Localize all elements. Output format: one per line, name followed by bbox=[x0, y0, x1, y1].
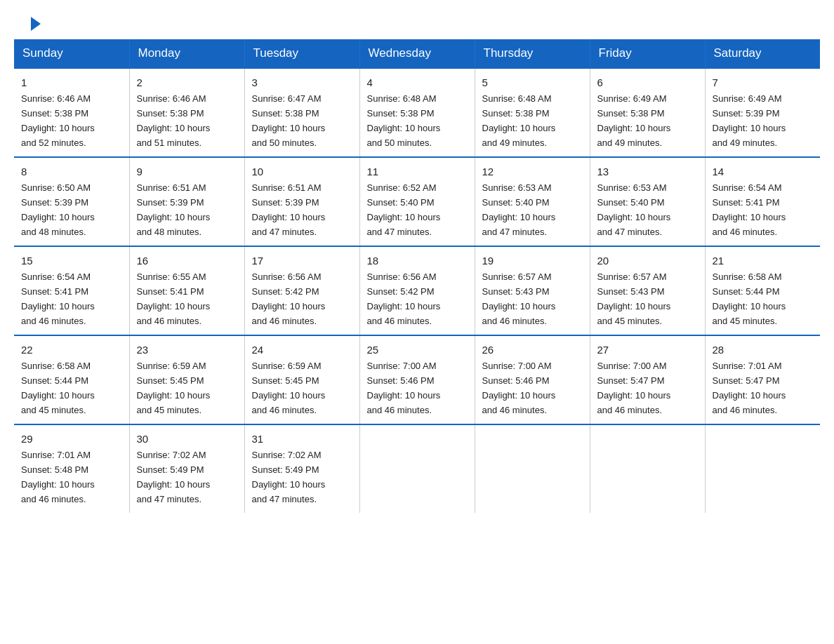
week-row-5: 29Sunrise: 7:01 AMSunset: 5:48 PMDayligh… bbox=[14, 424, 820, 513]
day-number: 23 bbox=[137, 342, 237, 358]
calendar-cell bbox=[590, 424, 705, 513]
calendar-cell: 23Sunrise: 6:59 AMSunset: 5:45 PMDayligh… bbox=[129, 335, 244, 424]
day-info: Sunrise: 7:00 AMSunset: 5:46 PMDaylight:… bbox=[367, 361, 441, 415]
header-tuesday: Tuesday bbox=[244, 39, 359, 68]
day-number: 21 bbox=[713, 253, 814, 269]
calendar-cell: 3Sunrise: 6:47 AMSunset: 5:38 PMDaylight… bbox=[244, 68, 359, 157]
day-info: Sunrise: 6:59 AMSunset: 5:45 PMDaylight:… bbox=[137, 361, 211, 415]
calendar-cell: 6Sunrise: 6:49 AMSunset: 5:38 PMDaylight… bbox=[590, 68, 705, 157]
day-number: 3 bbox=[252, 74, 352, 90]
day-info: Sunrise: 6:49 AMSunset: 5:38 PMDaylight:… bbox=[597, 93, 671, 148]
day-info: Sunrise: 7:00 AMSunset: 5:47 PMDaylight:… bbox=[597, 361, 671, 415]
calendar-cell: 7Sunrise: 6:49 AMSunset: 5:39 PMDaylight… bbox=[705, 68, 820, 157]
calendar-cell: 19Sunrise: 6:57 AMSunset: 5:43 PMDayligh… bbox=[475, 246, 590, 335]
calendar-cell: 20Sunrise: 6:57 AMSunset: 5:43 PMDayligh… bbox=[590, 246, 705, 335]
day-number: 2 bbox=[137, 74, 237, 90]
day-number: 11 bbox=[367, 163, 468, 180]
day-number: 16 bbox=[137, 253, 237, 269]
day-number: 13 bbox=[597, 163, 698, 180]
day-info: Sunrise: 6:52 AMSunset: 5:40 PMDaylight:… bbox=[367, 182, 441, 237]
calendar-cell: 21Sunrise: 6:58 AMSunset: 5:44 PMDayligh… bbox=[705, 246, 820, 335]
calendar-cell: 4Sunrise: 6:48 AMSunset: 5:38 PMDaylight… bbox=[359, 68, 475, 157]
day-info: Sunrise: 6:59 AMSunset: 5:45 PMDaylight:… bbox=[252, 361, 326, 415]
day-info: Sunrise: 6:48 AMSunset: 5:38 PMDaylight:… bbox=[482, 93, 556, 148]
day-info: Sunrise: 6:49 AMSunset: 5:39 PMDaylight:… bbox=[713, 93, 786, 148]
day-number: 30 bbox=[137, 431, 237, 447]
day-number: 4 bbox=[367, 74, 468, 90]
day-info: Sunrise: 6:46 AMSunset: 5:38 PMDaylight:… bbox=[137, 93, 211, 148]
day-info: Sunrise: 6:57 AMSunset: 5:43 PMDaylight:… bbox=[482, 271, 556, 326]
day-info: Sunrise: 6:50 AMSunset: 5:39 PMDaylight:… bbox=[21, 182, 95, 237]
calendar-cell: 26Sunrise: 7:00 AMSunset: 5:46 PMDayligh… bbox=[475, 335, 590, 424]
day-info: Sunrise: 6:51 AMSunset: 5:39 PMDaylight:… bbox=[252, 182, 326, 237]
day-info: Sunrise: 6:56 AMSunset: 5:42 PMDaylight:… bbox=[367, 271, 441, 326]
week-row-4: 22Sunrise: 6:58 AMSunset: 5:44 PMDayligh… bbox=[14, 335, 820, 424]
calendar-cell: 30Sunrise: 7:02 AMSunset: 5:49 PMDayligh… bbox=[129, 424, 244, 513]
day-info: Sunrise: 6:55 AMSunset: 5:41 PMDaylight:… bbox=[137, 271, 211, 326]
header-monday: Monday bbox=[129, 39, 244, 68]
calendar: SundayMondayTuesdayWednesdayThursdayFrid… bbox=[14, 39, 820, 513]
day-number: 26 bbox=[482, 342, 583, 358]
day-number: 1 bbox=[21, 74, 122, 90]
day-info: Sunrise: 6:48 AMSunset: 5:38 PMDaylight:… bbox=[367, 93, 441, 148]
calendar-cell: 13Sunrise: 6:53 AMSunset: 5:40 PMDayligh… bbox=[590, 157, 705, 246]
calendar-body: 1Sunrise: 6:46 AMSunset: 5:38 PMDaylight… bbox=[14, 68, 820, 513]
calendar-cell: 24Sunrise: 6:59 AMSunset: 5:45 PMDayligh… bbox=[244, 335, 359, 424]
calendar-cell bbox=[705, 424, 820, 513]
day-number: 9 bbox=[137, 163, 237, 180]
day-info: Sunrise: 6:58 AMSunset: 5:44 PMDaylight:… bbox=[713, 271, 786, 326]
day-info: Sunrise: 6:57 AMSunset: 5:43 PMDaylight:… bbox=[597, 271, 671, 326]
header-thursday: Thursday bbox=[475, 39, 590, 68]
day-info: Sunrise: 7:01 AMSunset: 5:48 PMDaylight:… bbox=[21, 450, 95, 504]
header-saturday: Saturday bbox=[705, 39, 820, 68]
day-number: 15 bbox=[21, 253, 122, 269]
calendar-cell: 10Sunrise: 6:51 AMSunset: 5:39 PMDayligh… bbox=[244, 157, 359, 246]
week-row-1: 1Sunrise: 6:46 AMSunset: 5:38 PMDaylight… bbox=[14, 68, 820, 157]
calendar-cell: 15Sunrise: 6:54 AMSunset: 5:41 PMDayligh… bbox=[14, 246, 129, 335]
day-info: Sunrise: 6:53 AMSunset: 5:40 PMDaylight:… bbox=[597, 182, 671, 237]
calendar-cell bbox=[475, 424, 590, 513]
day-number: 24 bbox=[252, 342, 352, 358]
day-number: 8 bbox=[21, 163, 122, 180]
calendar-cell: 2Sunrise: 6:46 AMSunset: 5:38 PMDaylight… bbox=[129, 68, 244, 157]
day-number: 14 bbox=[713, 163, 814, 180]
day-info: Sunrise: 7:00 AMSunset: 5:46 PMDaylight:… bbox=[482, 361, 556, 415]
day-number: 12 bbox=[482, 163, 583, 180]
header-friday: Friday bbox=[590, 39, 705, 68]
calendar-header: SundayMondayTuesdayWednesdayThursdayFrid… bbox=[14, 39, 820, 68]
day-number: 29 bbox=[21, 431, 122, 447]
day-info: Sunrise: 6:51 AMSunset: 5:39 PMDaylight:… bbox=[137, 182, 211, 237]
day-number: 6 bbox=[597, 74, 698, 90]
calendar-cell: 29Sunrise: 7:01 AMSunset: 5:48 PMDayligh… bbox=[14, 424, 129, 513]
day-number: 10 bbox=[252, 163, 352, 180]
day-info: Sunrise: 6:58 AMSunset: 5:44 PMDaylight:… bbox=[21, 361, 95, 415]
calendar-cell: 17Sunrise: 6:56 AMSunset: 5:42 PMDayligh… bbox=[244, 246, 359, 335]
day-info: Sunrise: 6:47 AMSunset: 5:38 PMDaylight:… bbox=[252, 93, 326, 148]
day-number: 18 bbox=[367, 253, 468, 269]
calendar-cell bbox=[359, 424, 475, 513]
day-info: Sunrise: 7:02 AMSunset: 5:49 PMDaylight:… bbox=[252, 450, 326, 504]
calendar-cell: 11Sunrise: 6:52 AMSunset: 5:40 PMDayligh… bbox=[359, 157, 475, 246]
page-header bbox=[0, 0, 834, 39]
calendar-cell: 1Sunrise: 6:46 AMSunset: 5:38 PMDaylight… bbox=[14, 68, 129, 157]
week-row-2: 8Sunrise: 6:50 AMSunset: 5:39 PMDaylight… bbox=[14, 157, 820, 246]
calendar-cell: 31Sunrise: 7:02 AMSunset: 5:49 PMDayligh… bbox=[244, 424, 359, 513]
day-info: Sunrise: 6:53 AMSunset: 5:40 PMDaylight:… bbox=[482, 182, 556, 237]
logo-triangle-icon bbox=[31, 17, 41, 31]
day-number: 19 bbox=[482, 253, 583, 269]
day-number: 17 bbox=[252, 253, 352, 269]
calendar-cell: 5Sunrise: 6:48 AMSunset: 5:38 PMDaylight… bbox=[475, 68, 590, 157]
day-info: Sunrise: 7:01 AMSunset: 5:47 PMDaylight:… bbox=[713, 361, 786, 415]
calendar-cell: 22Sunrise: 6:58 AMSunset: 5:44 PMDayligh… bbox=[14, 335, 129, 424]
day-number: 25 bbox=[367, 342, 468, 358]
header-wednesday: Wednesday bbox=[359, 39, 475, 68]
calendar-cell: 8Sunrise: 6:50 AMSunset: 5:39 PMDaylight… bbox=[14, 157, 129, 246]
day-number: 31 bbox=[252, 431, 352, 447]
day-number: 22 bbox=[21, 342, 122, 358]
day-info: Sunrise: 6:56 AMSunset: 5:42 PMDaylight:… bbox=[252, 271, 326, 326]
day-number: 28 bbox=[713, 342, 814, 358]
day-info: Sunrise: 6:46 AMSunset: 5:38 PMDaylight:… bbox=[21, 93, 95, 148]
calendar-cell: 25Sunrise: 7:00 AMSunset: 5:46 PMDayligh… bbox=[359, 335, 475, 424]
calendar-cell: 16Sunrise: 6:55 AMSunset: 5:41 PMDayligh… bbox=[129, 246, 244, 335]
logo bbox=[28, 17, 41, 28]
